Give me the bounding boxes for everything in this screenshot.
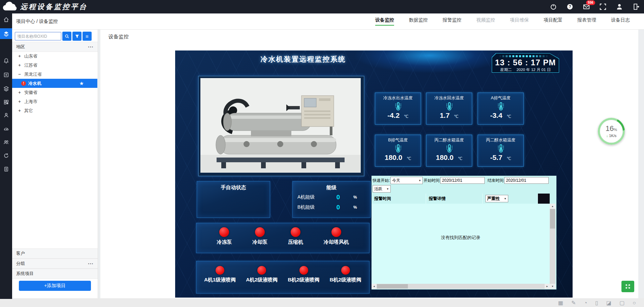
left-icon-rail [0,13,12,299]
expand-icon[interactable]: + [17,99,22,104]
logs-icon[interactable] [0,164,12,174]
home-icon[interactable] [0,14,12,25]
breadcrumb: 项目中心 / 设备监控 [16,19,58,25]
fullscreen-icon[interactable] [600,3,606,10]
add-project-icon[interactable] [0,70,12,80]
end-time-label: 结束时间 [487,178,504,183]
scrollbar-thumb[interactable] [550,209,555,229]
scroll-left-icon[interactable]: ◄ [372,284,377,289]
chiller-illustration [200,78,361,173]
mail-icon[interactable]: 556 [583,3,590,10]
add-project-button[interactable]: +添加项目 [19,281,91,291]
pump-status-cooling: 冷却泵 [252,227,267,245]
valve-status-a2: A机2级液喷阀 [246,266,278,283]
scroll-right-icon[interactable]: ► [545,284,550,289]
temp-card-chilled-out: 冷冻水出水温度 -4.2℃ [375,93,421,125]
severity-select[interactable]: 严重性 ▼ [485,195,508,202]
filter-button[interactable] [72,32,82,41]
logout-icon[interactable] [633,3,639,10]
alarm-list-panel: 快速开始: 今天 ▼ 开始时间 结束时间 活跃 ▼ 报警时间 报警详情 [372,176,556,289]
help-icon[interactable]: ? [567,3,573,10]
footer-icon[interactable]: ▢ [619,300,624,306]
user-audit-icon[interactable] [0,110,12,120]
customer-group-header[interactable]: 客户 [12,248,98,259]
horizontal-scrollbar[interactable]: ◄ ► [372,284,550,289]
quick-start-select[interactable]: 今天 ▼ [390,177,423,184]
tab-alarm-monitor[interactable]: 报警监控 [443,17,461,26]
dashboard-grid-icon[interactable] [0,97,12,107]
alarm-bell-icon[interactable] [0,56,12,66]
dashboard-title: 冷水机装置远程监控系统 [216,55,391,64]
search-input[interactable] [15,32,61,40]
device-layers-icon[interactable] [0,83,12,94]
footer-icon[interactable]: ▦ [558,300,563,306]
tab-project-maint[interactable]: 项目维保 [510,17,529,26]
tree-item-jiangsu[interactable]: + 江苏省 [12,61,97,70]
pump-status-tower-fan: 冷却塔风机 [324,227,349,245]
col-alarm-detail[interactable]: 报警详情 [426,194,483,204]
favorite-star-icon[interactable]: ★ [79,80,84,87]
col-severity: 严重性 ▼ [483,194,538,204]
energy-value-b: 0 [323,204,353,211]
footer-toolbar: ▦ ✎ ◔ ▯ ◪ ▢ ○ [558,300,636,306]
grouping-more-icon[interactable]: ••• [88,262,94,266]
led-strip [499,55,549,57]
progress-percent: 16 [606,124,614,133]
start-time-input[interactable] [440,177,485,184]
grouping-group-header[interactable]: 分组 ••• [12,259,98,269]
scroll-up-icon[interactable]: ▲ [550,204,555,209]
footer-icon[interactable]: ▯ [595,300,598,306]
vertical-scrollbar[interactable]: ▲ ▼ [550,204,555,289]
scrollbar-thumb[interactable] [377,284,408,288]
breadcrumb-bar: 项目中心 / 设备监控 设备监控 数据监控 报警监控 视频监控 项目维保 项目配… [12,13,644,30]
gauge-icon[interactable] [0,124,12,134]
user-icon[interactable] [616,3,623,10]
region-more-icon[interactable]: ••• [88,45,94,49]
footer-icon[interactable]: ✎ [571,300,576,306]
sync-icon[interactable] [0,150,12,161]
tree-item-shandong[interactable]: + 山东省 [12,52,97,61]
customers-icon[interactable] [0,137,12,147]
system-project-header[interactable]: 系统项目 [12,269,98,279]
footer-icon[interactable]: ◪ [606,300,611,306]
footer-icon[interactable]: ◔ [584,300,587,306]
tab-project-config[interactable]: 项目配置 [544,17,562,26]
energy-title: 能级 [293,184,370,191]
tab-device-logs[interactable]: 设备日志 [611,17,630,26]
end-time-input[interactable] [504,177,549,184]
tab-data-monitor[interactable]: 数据监控 [409,17,428,26]
expand-icon[interactable]: + [17,90,22,95]
footer-icon[interactable]: ○ [633,300,636,306]
progress-speed: 1K/s [609,134,616,138]
expand-icon[interactable]: + [17,63,22,68]
tab-video-monitor[interactable]: 视频监控 [476,17,495,26]
temp-value: -3.4 [490,111,502,120]
header-end-cell [538,194,550,204]
status-dot-red [291,227,300,237]
collapse-icon[interactable]: − [17,72,22,77]
network-progress-widget[interactable]: 16% ↓1K/s [598,118,625,145]
valve-status-a1: A机1级液喷阀 [204,266,236,283]
thermometer-icon [496,143,506,154]
expand-icon[interactable]: + [17,108,22,113]
status-filter-select[interactable]: 活跃 ▼ [373,185,391,193]
scroll-down-icon[interactable]: ▼ [550,284,555,289]
tree-item-chiller-selected[interactable]: ! 冷水机 ★ [12,79,97,88]
tab-report-manage[interactable]: 报表管理 [577,17,596,26]
expand-fullscreen-button[interactable] [621,281,634,292]
tab-device-monitor[interactable]: 设备监控 [375,17,394,26]
tree-item-other[interactable]: + 其它 [12,106,97,115]
tree-item-heilongjiang[interactable]: − 黑龙江省 [12,70,97,79]
app-title: 远程设备监控平台 [20,2,88,11]
menu-button[interactable]: ≡ [83,32,92,41]
expand-icon[interactable]: + [17,54,22,59]
power-icon[interactable] [550,3,557,10]
tree-item-anhui[interactable]: + 安徽省 [12,88,97,97]
col-alarm-time[interactable]: 报警时间 [372,194,426,204]
device-monitor-icon[interactable] [0,28,12,39]
start-time-label: 开始时间 [423,178,440,183]
tree-item-shanghai[interactable]: + 上海市 [12,97,97,106]
search-button[interactable] [62,32,71,41]
chevron-down-icon: ▼ [416,179,421,182]
region-group-header[interactable]: 地区 ••• [12,42,98,52]
